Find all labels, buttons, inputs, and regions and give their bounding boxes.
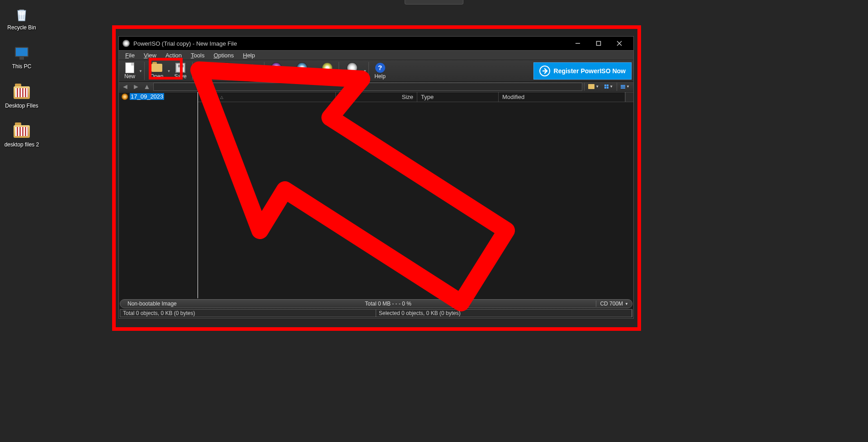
status-bootable: Non-bootable Image [124, 301, 180, 307]
maximize-button[interactable] [588, 37, 609, 50]
status-total-line: Total 0 MB - - - 0 % [180, 301, 596, 307]
nav-folders-button[interactable]: ▼ [586, 84, 601, 89]
nav-back[interactable]: ◄ [121, 83, 130, 91]
status-disc-select[interactable]: CD 700M▼ [596, 301, 628, 307]
nav-up[interactable]: ▲ [142, 83, 151, 91]
tree-pane[interactable]: 17_09_2023 [119, 92, 198, 298]
menu-action[interactable]: Action [161, 51, 186, 60]
sort-asc-icon: △ [220, 95, 223, 99]
register-button[interactable]: Register PowerISO Now [533, 62, 632, 80]
column-type[interactable]: Type [417, 92, 499, 102]
menu-options[interactable]: Options [209, 51, 238, 60]
grid-icon [604, 85, 609, 89]
navbar: ◄ ► ▲ ▼ ▼ ▼ [119, 82, 633, 92]
minimize-button[interactable] [567, 37, 588, 50]
toolbar-add[interactable]: Add▼ [194, 61, 215, 81]
toolbar: New▼ Open▼ Save Add▼ Extract ✕Delete Cop… [119, 60, 633, 82]
status-bar-1: Non-bootable Image Total 0 MB - - - 0 % … [120, 299, 632, 308]
toolbar-extract[interactable]: Extract [215, 61, 239, 81]
arrow-right-circle-icon [539, 66, 550, 76]
toolbar-open[interactable]: Open▼ [146, 61, 170, 81]
nav-list-button[interactable]: ▼ [619, 85, 632, 89]
column-modified[interactable]: Modified [499, 92, 625, 102]
app-icon [123, 40, 130, 47]
toolbar-save[interactable]: Save [170, 61, 190, 81]
tree-item-root[interactable]: 17_09_2023 [119, 92, 198, 101]
toolbar-help[interactable]: ?Help [371, 61, 389, 81]
status-selected-objects: Selected 0 objects, 0 KB (0 bytes) [376, 310, 632, 317]
list-body[interactable] [198, 102, 633, 298]
recycle-bin-icon [13, 5, 31, 24]
toolbar-mount[interactable]: Mount▼ [341, 61, 367, 81]
nav-forward[interactable]: ► [132, 83, 141, 91]
menu-help[interactable]: Help [238, 51, 259, 60]
list-pane: Name△ Size Type Modified [198, 92, 633, 298]
scrollbar[interactable] [625, 92, 633, 102]
toolbar-copy[interactable]: Copy [266, 61, 286, 81]
status-total-objects: Total 0 objects, 0 KB (0 bytes) [120, 310, 376, 317]
toolbar-burn[interactable]: Burn [318, 61, 336, 81]
desktop-icon-desktop-files-2[interactable]: desktop files 2 [4, 122, 40, 148]
menu-tools[interactable]: Tools [186, 51, 209, 60]
column-size[interactable]: Size [336, 92, 417, 102]
folder-icon [13, 84, 31, 102]
pc-icon [13, 44, 31, 62]
column-name[interactable]: Name△ [198, 92, 336, 102]
toolbar-delete[interactable]: ✕Delete [239, 61, 262, 81]
list-header: Name△ Size Type Modified [198, 92, 633, 102]
top-pull-hint[interactable] [405, 0, 463, 5]
toolbar-compress[interactable]: Compress [286, 61, 318, 81]
poweriso-window: PowerISO (Trial copy) - New Image File F… [118, 36, 634, 319]
menubar: File View Action Tools Options Help [119, 50, 633, 60]
menu-file[interactable]: File [121, 51, 139, 60]
desktop-icon-desktop-files[interactable]: Desktop FIles [4, 84, 40, 109]
status-bar-2: Total 0 objects, 0 KB (0 bytes) Selected… [120, 309, 632, 317]
window-title: PowerISO (Trial copy) - New Image File [133, 40, 237, 47]
disc-icon [122, 94, 128, 100]
nav-view-button[interactable]: ▼ [603, 85, 615, 89]
folder-icon [588, 84, 594, 89]
desktop-icon-recycle-bin[interactable]: Recycle Bin [4, 5, 40, 31]
svg-rect-1 [597, 42, 601, 46]
close-button[interactable] [609, 37, 630, 50]
folder-icon [13, 122, 31, 141]
list-icon [621, 85, 625, 89]
titlebar[interactable]: PowerISO (Trial copy) - New Image File [119, 37, 633, 50]
nav-path-input[interactable] [153, 83, 582, 91]
menu-view[interactable]: View [139, 51, 161, 60]
desktop-icon-this-pc[interactable]: This PC [4, 44, 40, 70]
toolbar-new[interactable]: New▼ [121, 61, 142, 81]
